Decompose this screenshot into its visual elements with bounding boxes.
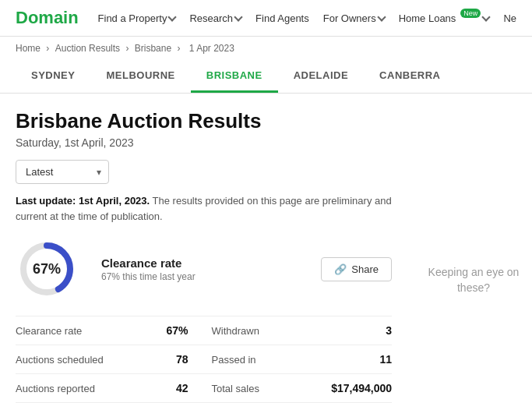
update-note-bold: Last update: 1st April, 2023. — [16, 195, 150, 207]
stat-clearance-rate: Clearance rate 67% — [16, 316, 204, 345]
breadcrumb-sep: › — [125, 43, 131, 54]
stat-total-sales: Total sales $17,494,000 — [204, 374, 393, 403]
breadcrumb-auction-results[interactable]: Auction Results — [55, 43, 120, 54]
stats-right-column: Withdrawn 3 Passed in 11 Total sales $17… — [204, 316, 393, 403]
nav-find-property[interactable]: Find a Property — [98, 12, 176, 24]
stat-passed-in: Passed in 11 — [204, 345, 393, 374]
page-title: Brisbane Auction Results — [16, 109, 392, 133]
breadcrumb-brisbane[interactable]: Brisbane — [135, 43, 171, 54]
dropdown-wrap: Latest ▾ — [16, 160, 392, 184]
main-column: Brisbane Auction Results Saturday, 1st A… — [0, 94, 407, 403]
stat-auctions-reported: Auctions reported 42 — [16, 374, 204, 403]
breadcrumb-date: 1 Apr 2023 — [189, 43, 234, 54]
breadcrumb: Home › Auction Results › Brisbane › 1 Ap… — [0, 37, 532, 60]
stat-value: 11 — [379, 353, 392, 366]
tab-adelaide[interactable]: ADELAIDE — [278, 60, 364, 93]
update-note: Last update: 1st April, 2023. The result… — [16, 193, 392, 224]
tab-canberra[interactable]: CANBERRA — [364, 60, 456, 93]
stat-label: Clearance rate — [16, 325, 82, 337]
tab-brisbane[interactable]: BRISBANE — [191, 60, 278, 93]
clearance-info: Clearance rate 67% this time last year — [101, 256, 196, 282]
logo[interactable]: Domain — [16, 8, 79, 28]
nav-research[interactable]: Research — [189, 12, 241, 24]
keeping-eye-text: Keeping an eye on these? — [415, 265, 532, 295]
clearance-sublabel: 67% this time last year — [101, 271, 196, 282]
stat-label: Auctions scheduled — [16, 354, 104, 366]
tab-melbourne[interactable]: MELBOURNE — [90, 60, 190, 93]
stats-columns: Clearance rate 67% Auctions scheduled 78… — [16, 316, 392, 403]
share-icon: 🔗 — [334, 263, 347, 275]
chevron-icon — [234, 12, 242, 21]
page-date: Saturday, 1st April, 2023 — [16, 136, 392, 149]
latest-dropdown[interactable]: Latest — [16, 160, 109, 184]
share-label: Share — [351, 263, 379, 275]
nav-links: Find a Property Research Find Agents For… — [98, 12, 516, 24]
stats-left-column: Clearance rate 67% Auctions scheduled 78… — [16, 316, 204, 403]
stat-label: Auctions reported — [16, 383, 95, 394]
stat-value: 42 — [176, 382, 188, 394]
stat-value: 78 — [176, 353, 188, 366]
stat-value: 67% — [166, 324, 188, 337]
breadcrumb-home[interactable]: Home — [16, 43, 41, 54]
nav-for-owners[interactable]: For Owners — [323, 12, 385, 24]
stat-value: 3 — [386, 324, 392, 337]
new-badge: New — [460, 9, 481, 18]
nav-more[interactable]: Ne — [503, 12, 516, 24]
nav-find-agents[interactable]: Find Agents — [255, 12, 309, 24]
stat-auctions-scheduled: Auctions scheduled 78 — [16, 345, 204, 374]
stat-label: Total sales — [212, 383, 259, 394]
top-nav: Domain Find a Property Research Find Age… — [0, 0, 532, 37]
clearance-label: Clearance rate — [101, 256, 196, 270]
nav-home-loans[interactable]: Home LoansNew — [399, 12, 490, 24]
page-layout: Brisbane Auction Results Saturday, 1st A… — [0, 94, 532, 403]
city-tabs: SYDNEY MELBOURNE BRISBANE ADELAIDE CANBE… — [0, 60, 532, 94]
breadcrumb-sep: › — [46, 43, 51, 54]
tab-sydney[interactable]: SYDNEY — [16, 60, 90, 93]
stat-label: Withdrawn — [212, 325, 259, 337]
chevron-icon — [377, 12, 386, 21]
breadcrumb-sep: › — [177, 43, 182, 54]
donut-chart: 67% — [16, 238, 78, 300]
donut-percent: 67% — [33, 261, 61, 278]
stats-top: 67% Clearance rate 67% this time last ye… — [16, 238, 392, 300]
dropdown-container: Latest ▾ — [16, 160, 109, 184]
stat-value: $17,494,000 — [331, 382, 392, 394]
chevron-icon — [482, 12, 491, 21]
chevron-icon — [168, 12, 177, 21]
stat-withdrawn: Withdrawn 3 — [204, 316, 393, 345]
main-content: Brisbane Auction Results Saturday, 1st A… — [0, 94, 407, 403]
stat-label: Passed in — [212, 354, 256, 366]
share-button[interactable]: 🔗 Share — [321, 257, 392, 281]
sidebar-column: Keeping an eye on these? — [407, 94, 532, 403]
